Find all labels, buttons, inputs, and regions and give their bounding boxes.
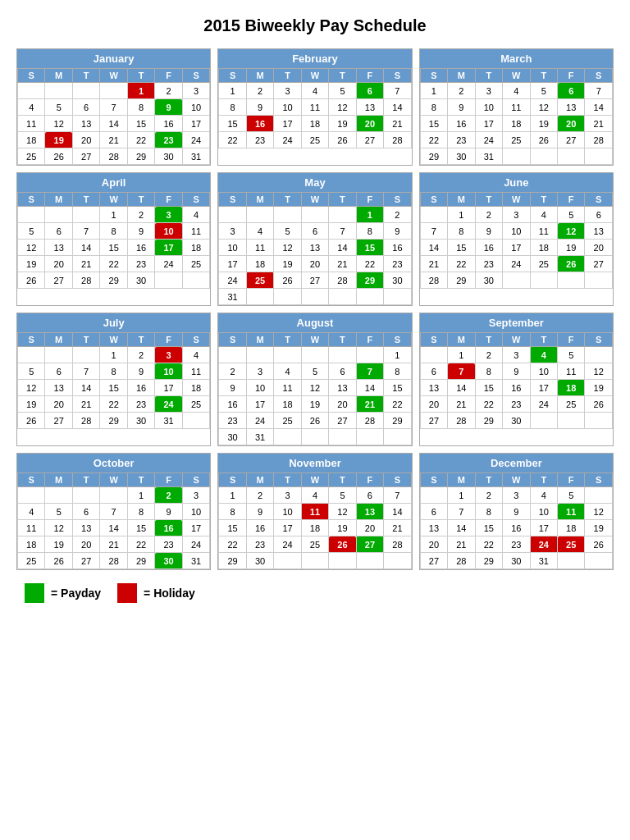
- calendar-day-cell: 26: [45, 148, 72, 165]
- day-of-week-header: F: [558, 333, 585, 347]
- calendar-day-cell: 2: [155, 83, 182, 99]
- calendar-day-cell: 2: [475, 487, 502, 504]
- calendar-day-cell: 5: [18, 363, 45, 380]
- calendar-day-cell: 27: [356, 536, 383, 553]
- calendar-day-cell: 15: [384, 380, 412, 396]
- calendar-week-row: 19202122232425: [18, 256, 210, 272]
- calendar-week-row: 14151617181920: [420, 240, 612, 256]
- calendar-day-cell: 23: [155, 132, 182, 148]
- calendar-day-cell: 29: [384, 413, 412, 429]
- calendar-march: MarchSMTWTFS1234567891011121314151617181…: [419, 48, 614, 166]
- calendar-week-row: 13141516171819: [420, 380, 612, 396]
- holiday-legend: = Holiday: [117, 583, 195, 603]
- calendar-day-cell: 6: [420, 363, 447, 380]
- day-of-week-header: S: [384, 193, 412, 207]
- day-of-week-header: W: [301, 473, 328, 487]
- payday-legend: = Payday: [25, 583, 101, 603]
- calendar-day-cell: 29: [420, 148, 447, 165]
- holiday-label: = Holiday: [144, 587, 195, 600]
- calendar-week-row: 3031: [219, 429, 411, 445]
- calendar-day-cell: 21: [100, 132, 127, 148]
- calendar-day-cell: 29: [127, 553, 154, 569]
- calendar-week-row: 45678910: [18, 504, 210, 520]
- calendar-november: NovemberSMTWTFS1234567891011121314151617…: [217, 453, 412, 570]
- calendar-day-cell: 29: [356, 272, 383, 289]
- calendar-table-august: SMTWTFS123456789101112131415161718192021…: [218, 332, 411, 445]
- calendar-header-july: July: [17, 313, 210, 332]
- calendar-day-cell: 26: [585, 536, 613, 553]
- calendar-day-cell: 8: [219, 504, 246, 520]
- calendar-day-cell: 2: [246, 83, 273, 99]
- calendar-day-cell: 5: [18, 223, 45, 240]
- calendar-day-cell: 13: [72, 520, 99, 536]
- calendar-header-april: April: [17, 173, 210, 192]
- day-of-week-header: S: [420, 473, 447, 487]
- calendar-day-cell: 13: [585, 223, 613, 240]
- calendar-week-row: 3456789: [219, 223, 411, 240]
- calendar-day-cell: 16: [155, 116, 182, 132]
- calendar-week-row: 24252627282930: [219, 272, 411, 289]
- calendar-day-cell: 17: [274, 116, 301, 132]
- calendar-day-cell: [18, 207, 45, 223]
- calendar-day-cell: 24: [219, 272, 246, 289]
- calendar-day-cell: 29: [127, 148, 154, 165]
- day-of-week-header: F: [356, 473, 383, 487]
- day-of-week-header: T: [127, 333, 154, 347]
- calendar-week-row: 25262728293031: [18, 148, 210, 165]
- calendar-day-cell: 19: [45, 536, 72, 553]
- calendar-day-cell: 30: [448, 148, 475, 165]
- calendar-day-cell: 1: [448, 207, 475, 223]
- calendar-day-cell: 13: [420, 380, 447, 396]
- calendar-week-row: 6789101112: [420, 363, 612, 380]
- calendar-table-may: SMTWTFS123456789101112131415161718192021…: [218, 192, 411, 305]
- calendar-day-cell: [72, 347, 99, 363]
- calendar-day-cell: 1: [100, 207, 127, 223]
- day-of-week-header: M: [246, 193, 273, 207]
- calendar-day-cell: 15: [219, 520, 246, 536]
- calendar-day-cell: 2: [127, 347, 154, 363]
- calendar-day-cell: 5: [558, 487, 585, 504]
- calendar-week-row: 11121314151617: [18, 520, 210, 536]
- day-of-week-header: S: [18, 333, 45, 347]
- calendar-day-cell: 2: [155, 487, 182, 504]
- calendar-day-cell: 22: [356, 256, 383, 272]
- day-of-week-header: W: [301, 69, 328, 83]
- calendar-day-cell: 17: [155, 240, 182, 256]
- calendar-day-cell: 26: [274, 272, 301, 289]
- calendar-day-cell: 15: [100, 380, 127, 396]
- calendar-day-cell: 14: [384, 99, 412, 116]
- calendar-day-cell: 5: [558, 347, 585, 363]
- calendar-day-cell: 28: [72, 413, 99, 429]
- calendar-day-cell: 19: [329, 520, 356, 536]
- calendar-day-cell: 21: [356, 396, 383, 413]
- calendar-day-cell: 1: [420, 83, 447, 99]
- calendar-day-cell: 25: [182, 396, 210, 413]
- calendar-day-cell: 1: [127, 487, 154, 504]
- calendar-table-june: SMTWTFS123456789101112131415161718192021…: [420, 192, 613, 289]
- day-of-week-header: F: [558, 473, 585, 487]
- calendar-day-cell: 30: [384, 272, 412, 289]
- calendar-day-cell: 28: [420, 272, 447, 289]
- calendar-day-cell: 12: [274, 240, 301, 256]
- day-of-week-header: M: [448, 473, 475, 487]
- calendar-day-cell: 18: [182, 380, 210, 396]
- calendar-day-cell: 4: [530, 347, 557, 363]
- day-of-week-header: F: [356, 333, 383, 347]
- calendar-day-cell: 14: [72, 240, 99, 256]
- calendar-day-cell: 11: [18, 520, 45, 536]
- calendar-day-cell: 12: [45, 116, 72, 132]
- calendar-day-cell: 5: [530, 83, 557, 99]
- calendar-week-row: 16171819202122: [219, 396, 411, 413]
- calendar-day-cell: 31: [246, 429, 273, 445]
- calendar-day-cell: 30: [155, 148, 182, 165]
- calendar-day-cell: 4: [530, 207, 557, 223]
- calendar-day-cell: 12: [18, 380, 45, 396]
- calendar-day-cell: [585, 413, 613, 429]
- day-of-week-header: T: [475, 193, 502, 207]
- calendar-day-cell: [329, 289, 356, 305]
- calendar-day-cell: 8: [100, 363, 127, 380]
- calendar-day-cell: [329, 553, 356, 569]
- calendar-day-cell: [72, 487, 99, 504]
- calendar-day-cell: 3: [503, 347, 530, 363]
- calendar-day-cell: 1: [100, 347, 127, 363]
